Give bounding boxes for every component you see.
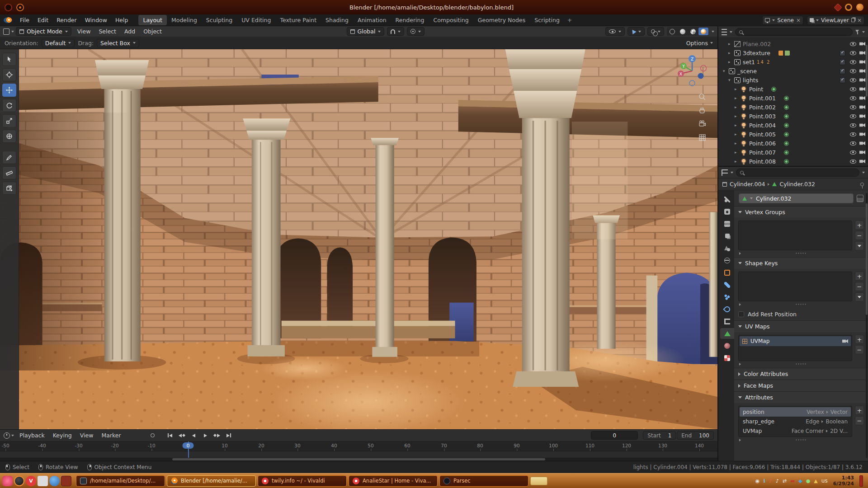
hide-eye-icon[interactable] — [850, 78, 856, 82]
menubar-menu[interactable]: Window — [81, 15, 111, 25]
breadcrumb-object[interactable]: Cylinder.004 — [730, 181, 765, 188]
remove-vertex-group-button[interactable]: − — [855, 231, 864, 240]
timeline-menu[interactable]: View — [76, 431, 98, 440]
mesh-name-field[interactable]: Cylinder.032 — [739, 193, 854, 203]
menubar-menu[interactable]: Edit — [33, 15, 52, 25]
workspace-tab[interactable]: Shading — [321, 15, 353, 25]
expand-arrow-icon[interactable]: ▾ — [723, 69, 729, 73]
visibility-dropdown[interactable] — [605, 27, 625, 36]
properties-tab[interactable] — [720, 243, 734, 253]
properties-tab[interactable] — [720, 279, 734, 290]
workspace-tab[interactable]: Scripting — [530, 15, 564, 25]
workspace-tab[interactable]: + — [564, 15, 575, 25]
workspace-tab[interactable]: Texture Paint — [275, 15, 321, 25]
render-visibility-icon[interactable] — [859, 141, 865, 145]
resize-grip[interactable] — [795, 363, 807, 365]
transform-orientation-dropdown[interactable]: Global — [347, 27, 385, 36]
timeline-ruler[interactable]: 0 -50-40-30-20-1001020304050607080901001… — [0, 441, 717, 451]
taskbar-window-button[interactable]: Parsec — [439, 475, 528, 487]
ortho-grid-icon[interactable] — [698, 133, 707, 142]
outliner-row[interactable]: ▸ Point.005 — [718, 130, 868, 139]
scale-tool-button[interactable] — [2, 114, 16, 127]
vertex-groups-panel-header[interactable]: Vertex Groups — [734, 206, 868, 218]
expand-arrow-icon[interactable]: ▸ — [735, 105, 741, 109]
properties-tab[interactable] — [720, 340, 734, 351]
orientation-dropdown[interactable]: Default — [42, 39, 75, 47]
proportional-edit-dropdown[interactable] — [407, 27, 425, 36]
render-visibility-icon[interactable] — [859, 42, 865, 46]
3d-viewport-canvas[interactable] — [0, 49, 717, 429]
vertex-group-specials-button[interactable] — [855, 241, 864, 250]
expand-arrow-icon[interactable]: ▸ — [735, 123, 741, 127]
row-label[interactable]: Point.003 — [749, 113, 776, 120]
shading-material-button[interactable] — [688, 28, 698, 35]
shading-wireframe-button[interactable] — [667, 28, 677, 35]
editor-type-icon[interactable] — [4, 432, 10, 439]
properties-tab[interactable] — [720, 255, 734, 266]
gizmo-y-axis[interactable]: Y — [682, 64, 685, 69]
gizmo-z-axis[interactable]: Z — [691, 57, 693, 61]
tray-icon[interactable] — [769, 479, 772, 483]
row-label[interactable]: Point.001 — [749, 95, 776, 102]
menubar-menu[interactable]: Help — [111, 15, 132, 25]
render-visibility-icon[interactable] — [859, 60, 865, 64]
hide-eye-icon[interactable] — [850, 105, 856, 109]
add-cube-tool-button[interactable] — [2, 182, 16, 195]
taskbar-window-button[interactable]: /home/amalie/Desktop/... — [76, 475, 165, 487]
menubar-menu[interactable]: Render — [52, 15, 81, 25]
viewlayer-selector[interactable]: ViewLayer × — [807, 16, 864, 25]
render-visibility-icon[interactable] — [859, 87, 865, 91]
launcher-icon[interactable] — [61, 476, 71, 486]
outliner-row[interactable]: ▸ Point.002 — [718, 103, 868, 112]
row-label[interactable]: 3dtexture — [743, 50, 770, 56]
row-label[interactable]: Point.002 — [749, 104, 776, 111]
play-reverse-button[interactable] — [189, 432, 199, 439]
expand-icon[interactable] — [739, 439, 741, 441]
row-label[interactable]: lights — [743, 77, 758, 84]
attribute-row[interactable]: position Vertex Vector — [740, 407, 851, 417]
annotate-tool-button[interactable] — [2, 151, 16, 164]
expand-arrow-icon[interactable]: ▸ — [728, 51, 734, 55]
viewport-menu[interactable]: Add — [120, 27, 139, 36]
timeline-menu[interactable]: Marker — [97, 431, 125, 440]
render-visibility-icon[interactable] — [859, 160, 865, 164]
outliner-row[interactable]: ▸ Plane.002 — [718, 39, 868, 48]
close-button[interactable] — [856, 4, 863, 11]
render-camera-icon[interactable] — [842, 339, 848, 343]
drag-dropdown[interactable]: Select Box — [97, 39, 139, 47]
hide-eye-icon[interactable] — [850, 69, 856, 73]
row-label[interactable]: Point.006 — [749, 140, 776, 147]
collection-checkbox[interactable] — [840, 77, 845, 83]
prev-keyframe-button[interactable] — [177, 432, 187, 439]
gizmo-x-axis[interactable]: X — [679, 72, 682, 76]
move-tool-button[interactable] — [2, 84, 16, 97]
outliner-scrollbar[interactable] — [866, 40, 868, 163]
workspace-tab[interactable]: Layout — [138, 15, 167, 25]
color-attributes-panel-header[interactable]: Color Attributes — [734, 368, 868, 380]
row-label[interactable]: Point.005 — [749, 131, 776, 138]
properties-scrollbar[interactable] — [866, 193, 868, 458]
unlink-scene-icon[interactable]: × — [796, 18, 801, 23]
menubar-menu[interactable]: File — [16, 15, 33, 25]
row-label[interactable]: Point.004 — [749, 122, 776, 129]
taskbar-window-button[interactable]: AnalieStar | Home - Viva... — [349, 475, 438, 487]
render-visibility-icon[interactable] — [859, 150, 865, 155]
properties-tab[interactable] — [720, 291, 734, 302]
taskbar-window-button[interactable]: twily.info ~/ - Vivaldi — [258, 475, 347, 487]
tray-icon[interactable] — [814, 479, 817, 483]
outliner-search-input[interactable] — [745, 29, 849, 35]
add-uv-map-button[interactable]: + — [855, 335, 864, 344]
expand-arrow-icon[interactable]: ▸ — [735, 96, 741, 100]
add-attribute-button[interactable]: + — [855, 406, 864, 415]
tray-icon[interactable] — [776, 479, 779, 483]
hide-eye-icon[interactable] — [850, 42, 856, 46]
outliner-row[interactable]: ▸ 3dtexture — [718, 48, 868, 57]
fake-user-icon[interactable] — [857, 195, 863, 202]
outliner-row[interactable]: ▸ Point.001 — [718, 94, 868, 103]
expand-arrow-icon[interactable]: ▸ — [735, 150, 741, 155]
row-label[interactable]: _scene — [737, 68, 757, 75]
remove-uv-map-button[interactable]: − — [855, 345, 864, 354]
jump-to-end-button[interactable] — [224, 432, 234, 439]
hide-eye-icon[interactable] — [850, 96, 856, 100]
row-label[interactable]: Plane.002 — [743, 41, 771, 47]
